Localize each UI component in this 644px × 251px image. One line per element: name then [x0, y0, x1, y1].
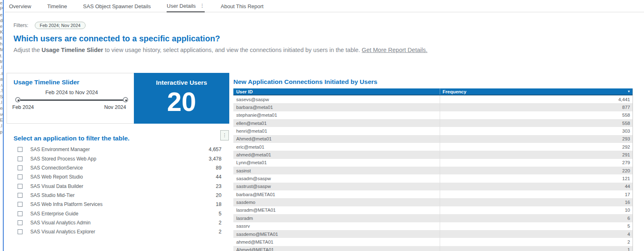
application-list-item[interactable]: SAS ConnectionService89	[14, 163, 221, 172]
slider-track[interactable]	[18, 99, 126, 101]
column-header-frequency[interactable]: Frequency ▼	[440, 88, 633, 95]
cell-frequency: 17	[440, 190, 633, 198]
application-list-item[interactable]: SAS Visual Analytics Explorer2	[14, 227, 221, 236]
clipped-text-fragment: ea	[0, 105, 3, 111]
table-row[interactable]: sasinst220	[233, 167, 633, 174]
table-row[interactable]: sastrust@saspw44	[233, 183, 633, 190]
timeline-slider[interactable]	[15, 97, 128, 104]
table-row[interactable]: stephanie@meta01558	[233, 111, 633, 119]
application-count: 44	[216, 174, 221, 180]
checkbox[interactable]	[18, 220, 23, 225]
application-list-item[interactable]: SAS Visual Data Builder23	[14, 181, 221, 190]
filters-label: Filters:	[14, 23, 28, 28]
application-list-heading: Select an application to filter the tabl…	[14, 135, 129, 142]
cell-frequency: 558	[440, 119, 633, 127]
cell-frequency: 1	[440, 246, 633, 251]
table-row[interactable]: sassrv5	[233, 222, 633, 230]
table-row[interactable]: Lynn@meta01279	[233, 159, 633, 167]
table-row[interactable]: barbara@meta01877	[233, 103, 633, 111]
cell-user-id: lasradm@META01	[233, 206, 440, 214]
cell-frequency: 6	[440, 214, 633, 222]
checkbox[interactable]	[18, 165, 23, 170]
application-count: 2	[219, 220, 221, 226]
cell-frequency: 303	[440, 127, 633, 135]
clipped-text-fragment: h	[0, 41, 3, 47]
object-menu-button[interactable]: ⋮	[220, 130, 229, 140]
cell-user-id: sasadm@saspw	[233, 174, 440, 182]
table-row[interactable]: sasadm@saspw121	[233, 174, 633, 182]
cell-frequency: 558	[440, 111, 633, 119]
table-row[interactable]: henri@meta01303	[233, 127, 633, 135]
tab-timeline[interactable]: Timeline	[47, 0, 67, 12]
table-row[interactable]: Ahmed@META011	[233, 246, 633, 251]
slider-handle-start[interactable]	[15, 97, 20, 102]
tab-label: About This Report	[221, 3, 264, 9]
table-row[interactable]: ahmed@meta01291	[233, 151, 633, 158]
application-list-item[interactable]: SAS Visual Analytics Admin2	[14, 218, 221, 227]
application-name: SAS Enterprise Guide	[30, 211, 219, 217]
cell-user-id: sasdemo	[233, 198, 440, 206]
cell-user-id: sasevs@saspw	[233, 95, 440, 103]
clipped-text-fragment: .S	[0, 88, 3, 93]
tab-label: SAS Object Spawner Details	[83, 3, 151, 9]
connections-table: User ID Frequency ▼ sasevs@saspw4,441bar…	[233, 88, 633, 251]
application-list-item[interactable]: SAS Web Infra Platform Services18	[14, 200, 221, 209]
tab-sas-object-spawner-details[interactable]: SAS Object Spawner Details	[83, 0, 151, 12]
table-row[interactable]: ellen@meta01558	[233, 119, 633, 127]
application-list-item[interactable]: SAS Stored Process Web App3,478	[14, 154, 221, 163]
application-name: SAS ConnectionService	[30, 165, 216, 171]
table-row[interactable]: sasdemo@META014	[233, 230, 633, 238]
filter-chip[interactable]: Feb 2024; Nov 2024	[35, 22, 86, 29]
vertical-ellipsis-icon: ⋮	[222, 133, 227, 138]
checkbox[interactable]	[18, 202, 23, 207]
slider-start-label: Feb 2024	[12, 104, 34, 110]
connections-table-title: New Application Connections Initiated by…	[233, 78, 377, 86]
checkbox[interactable]	[18, 229, 23, 234]
application-count: 4,657	[209, 147, 221, 152]
checkbox[interactable]	[18, 193, 23, 198]
clipped-text-fragment: .l	[0, 99, 3, 105]
table-row[interactable]: ahmed@META012	[233, 238, 633, 246]
application-list-item[interactable]: SAS Enterprise Guide5	[14, 209, 221, 218]
tab-label: Overview	[9, 3, 31, 9]
column-header-user-id[interactable]: User ID	[233, 88, 440, 95]
checkbox[interactable]	[18, 184, 23, 189]
application-list-item[interactable]: SAS Environment Manager4,657	[14, 145, 221, 154]
slider-handle-end[interactable]	[123, 97, 128, 102]
dropdown-arrow-icon[interactable]: ▼	[627, 90, 630, 93]
table-row[interactable]: sasdemo16	[233, 198, 633, 206]
cell-user-id: barbara@meta01	[233, 103, 440, 111]
table-row[interactable]: lasradm6	[233, 214, 633, 222]
application-list-item[interactable]: SAS Web Report Studio44	[14, 172, 221, 181]
cell-user-id: Ahmed@meta01	[233, 135, 440, 143]
table-row[interactable]: lasradm@META0110	[233, 206, 633, 214]
tab-user-details[interactable]: User Details⋮	[167, 0, 205, 12]
table-row[interactable]: sasevs@saspw4,441	[233, 95, 633, 103]
tab-about-this-report[interactable]: About This Report	[221, 0, 264, 12]
slider-title: Usage Timeline Slider	[14, 79, 79, 86]
table-row[interactable]: Ahmed@meta01293	[233, 135, 633, 143]
clipped-text-fragment: e	[0, 0, 3, 6]
cell-frequency: 16	[440, 198, 633, 206]
cell-frequency: 293	[440, 135, 633, 143]
cell-frequency: 2	[440, 238, 633, 246]
table-row[interactable]: barbara@META0117	[233, 190, 633, 198]
table-row[interactable]: eric@meta01292	[233, 143, 633, 151]
application-count: 3,478	[209, 156, 221, 162]
table-header-row: User ID Frequency ▼	[233, 88, 633, 95]
application-count: 5	[219, 211, 221, 217]
checkbox[interactable]	[18, 174, 23, 179]
report-details-link[interactable]: Get More Report Details.	[362, 47, 427, 53]
application-count: 2	[219, 229, 221, 235]
checkbox[interactable]	[18, 156, 23, 161]
tab-overview[interactable]: Overview	[9, 0, 31, 12]
tab-label: Timeline	[47, 3, 67, 9]
application-name: SAS Environment Manager	[30, 147, 209, 152]
page-subtitle: Adjust the Usage Timeline Slider to view…	[14, 47, 427, 53]
subtitle-text: Adjust the	[14, 47, 42, 53]
checkbox[interactable]	[18, 211, 23, 216]
checkbox[interactable]	[18, 147, 23, 152]
vertical-ellipsis-icon[interactable]: ⋮	[200, 3, 205, 9]
application-list-item[interactable]: SAS Studio Mid-Tier20	[14, 191, 221, 200]
cell-frequency: 279	[440, 159, 633, 167]
